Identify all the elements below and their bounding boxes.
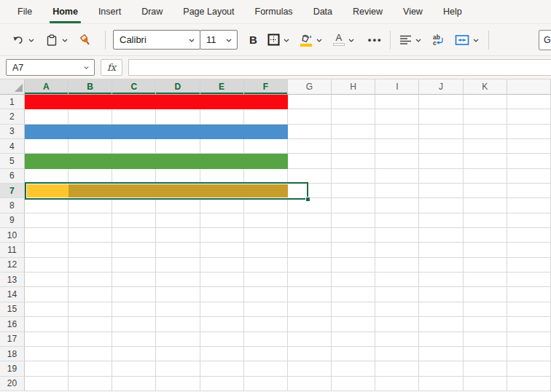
cell-F17[interactable]: [244, 332, 288, 347]
cell-I10[interactable]: [375, 228, 419, 243]
cell-D5[interactable]: [156, 154, 200, 168]
cell-K15[interactable]: [464, 302, 507, 317]
row-header-18[interactable]: 18: [0, 347, 25, 361]
cell-B7[interactable]: [69, 184, 112, 198]
cell-H10[interactable]: [332, 228, 375, 243]
cell-H20[interactable]: [332, 377, 375, 391]
cell-partial14[interactable]: [507, 287, 551, 302]
cell-E17[interactable]: [200, 332, 244, 347]
cell-H11[interactable]: [332, 243, 375, 257]
row-header-7[interactable]: 7: [0, 184, 25, 198]
row-header-12[interactable]: 12: [0, 258, 25, 273]
cell-D4[interactable]: [156, 139, 200, 154]
cell-F12[interactable]: [244, 258, 288, 273]
cell-A6[interactable]: [25, 169, 69, 184]
cell-F13[interactable]: [244, 273, 288, 287]
cell-partial16[interactable]: [507, 317, 551, 332]
cell-J5[interactable]: [419, 154, 463, 168]
cell-partial11[interactable]: [507, 243, 551, 257]
cell-D7[interactable]: [156, 184, 200, 198]
row-header-5[interactable]: 5: [0, 154, 25, 168]
row-header-16[interactable]: 16: [0, 317, 25, 332]
cell-E7[interactable]: [200, 184, 244, 198]
cell-I14[interactable]: [375, 287, 419, 302]
cell-H6[interactable]: [332, 169, 375, 184]
cell-K18[interactable]: [464, 347, 507, 361]
cell-G6[interactable]: [288, 169, 332, 184]
cell-E4[interactable]: [200, 139, 244, 154]
cell-H5[interactable]: [332, 154, 375, 168]
cell-H13[interactable]: [332, 273, 375, 287]
cell-K16[interactable]: [464, 317, 507, 332]
cell-B2[interactable]: [69, 109, 112, 124]
cell-J6[interactable]: [419, 169, 463, 184]
cell-H16[interactable]: [332, 317, 375, 332]
align-button[interactable]: [398, 29, 423, 51]
cell-B10[interactable]: [69, 228, 112, 243]
cell-J15[interactable]: [419, 302, 463, 317]
cell-A11[interactable]: [25, 243, 69, 257]
cell-J1[interactable]: [419, 95, 463, 109]
cell-partial4[interactable]: [507, 139, 551, 154]
cell-J20[interactable]: [419, 377, 463, 391]
cell-H2[interactable]: [332, 109, 375, 124]
cell-D15[interactable]: [156, 302, 200, 317]
cell-E9[interactable]: [200, 213, 244, 228]
cell-F15[interactable]: [244, 302, 288, 317]
cell-J11[interactable]: [419, 243, 463, 257]
wrap-text-button[interactable]: abc: [431, 29, 446, 51]
cell-H3[interactable]: [332, 125, 375, 139]
cell-G19[interactable]: [288, 361, 332, 376]
cell-partial10[interactable]: [507, 228, 551, 243]
cell-J16[interactable]: [419, 317, 463, 332]
cell-G14[interactable]: [288, 287, 332, 302]
cell-A9[interactable]: [25, 213, 69, 228]
cell-F20[interactable]: [244, 377, 288, 391]
more-options-button[interactable]: •••: [368, 34, 383, 45]
cell-G20[interactable]: [288, 377, 332, 391]
column-header-J[interactable]: J: [419, 79, 463, 95]
cell-J18[interactable]: [419, 347, 463, 361]
row-header-20[interactable]: 20: [0, 377, 25, 391]
column-header-E[interactable]: E: [200, 79, 244, 95]
cell-C5[interactable]: [112, 154, 156, 168]
cell-B12[interactable]: [69, 258, 112, 273]
cell-D17[interactable]: [156, 332, 200, 347]
cell-K19[interactable]: [464, 361, 507, 376]
row-header-2[interactable]: 2: [0, 109, 25, 124]
cell-D3[interactable]: [156, 125, 200, 139]
row-header-9[interactable]: 9: [0, 213, 25, 228]
cell-G12[interactable]: [288, 258, 332, 273]
cell-partial8[interactable]: [507, 198, 551, 213]
cell-D20[interactable]: [156, 377, 200, 391]
cell-A19[interactable]: [25, 361, 69, 376]
column-header-D[interactable]: D: [156, 79, 200, 95]
cell-H4[interactable]: [332, 139, 375, 154]
cell-partial6[interactable]: [507, 169, 551, 184]
column-header-A[interactable]: A: [25, 79, 69, 95]
cell-I9[interactable]: [375, 213, 419, 228]
cell-A12[interactable]: [25, 258, 69, 273]
cell-B16[interactable]: [69, 317, 112, 332]
cell-E12[interactable]: [200, 258, 244, 273]
cell-F19[interactable]: [244, 361, 288, 376]
cell-F11[interactable]: [244, 243, 288, 257]
cell-K20[interactable]: [464, 377, 507, 391]
cell-C6[interactable]: [112, 169, 156, 184]
formula-input[interactable]: [128, 59, 551, 76]
cell-partial17[interactable]: [507, 332, 551, 347]
cell-G9[interactable]: [288, 213, 332, 228]
cell-K4[interactable]: [464, 139, 507, 154]
cell-A13[interactable]: [25, 273, 69, 287]
cell-partial2[interactable]: [507, 109, 551, 124]
cell-B8[interactable]: [69, 198, 112, 213]
cell-B5[interactable]: [69, 154, 112, 168]
cell-H9[interactable]: [332, 213, 375, 228]
cell-partial18[interactable]: [507, 347, 551, 361]
cell-partial19[interactable]: [507, 361, 551, 376]
cell-H19[interactable]: [332, 361, 375, 376]
cell-I20[interactable]: [375, 377, 419, 391]
undo-button[interactable]: [10, 29, 36, 51]
cell-G3[interactable]: [288, 125, 332, 139]
cell-C12[interactable]: [112, 258, 156, 273]
